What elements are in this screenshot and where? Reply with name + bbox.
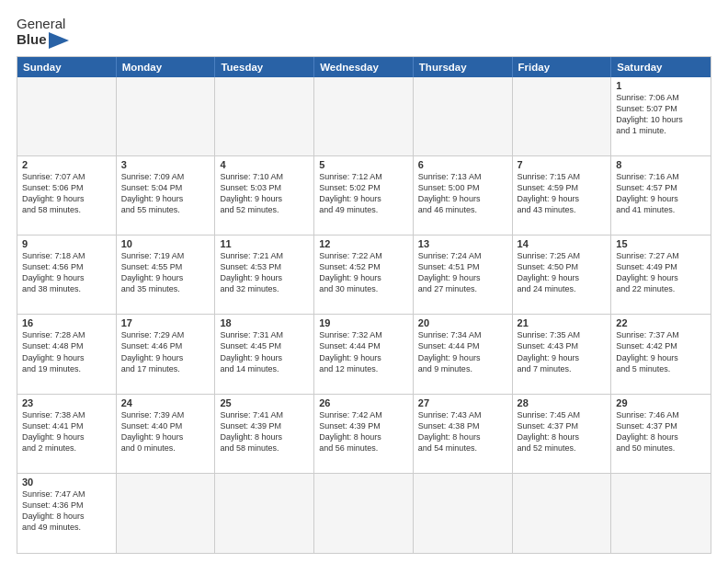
day-header-saturday: Saturday xyxy=(611,57,711,77)
day-sun-info: Sunrise: 7:10 AM Sunset: 5:03 PM Dayligh… xyxy=(220,171,309,216)
calendar-day-19: 19Sunrise: 7:32 AM Sunset: 4:44 PM Dayli… xyxy=(314,315,414,394)
day-number: 10 xyxy=(121,238,210,249)
day-sun-info: Sunrise: 7:45 AM Sunset: 4:37 PM Dayligh… xyxy=(518,409,607,454)
day-number: 3 xyxy=(121,159,210,170)
day-sun-info: Sunrise: 7:43 AM Sunset: 4:38 PM Dayligh… xyxy=(418,409,507,454)
day-sun-info: Sunrise: 7:38 AM Sunset: 4:41 PM Dayligh… xyxy=(22,409,111,454)
day-number: 7 xyxy=(518,159,607,170)
day-number: 22 xyxy=(616,317,706,328)
day-number: 11 xyxy=(220,238,309,249)
day-sun-info: Sunrise: 7:31 AM Sunset: 4:45 PM Dayligh… xyxy=(220,329,309,374)
calendar-day-8: 8Sunrise: 7:16 AM Sunset: 4:57 PM Daylig… xyxy=(611,156,711,236)
calendar-day-24: 24Sunrise: 7:39 AM Sunset: 4:40 PM Dayli… xyxy=(117,395,216,474)
calendar-day-11: 11Sunrise: 7:21 AM Sunset: 4:53 PM Dayli… xyxy=(215,236,314,315)
calendar-day-28: 28Sunrise: 7:45 AM Sunset: 4:37 PM Dayli… xyxy=(513,395,612,474)
day-sun-info: Sunrise: 7:47 AM Sunset: 4:36 PM Dayligh… xyxy=(22,488,111,534)
day-number: 4 xyxy=(220,159,309,170)
day-number: 14 xyxy=(518,238,607,249)
day-sun-info: Sunrise: 7:16 AM Sunset: 4:57 PM Dayligh… xyxy=(616,171,706,216)
day-sun-info: Sunrise: 7:42 AM Sunset: 4:39 PM Dayligh… xyxy=(319,409,408,454)
day-number: 20 xyxy=(418,317,507,328)
day-header-thursday: Thursday xyxy=(414,57,513,77)
calendar-grid: 1Sunrise: 7:06 AM Sunset: 5:07 PM Daylig… xyxy=(17,77,711,554)
day-header-tuesday: Tuesday xyxy=(215,57,314,77)
day-sun-info: Sunrise: 7:34 AM Sunset: 4:44 PM Dayligh… xyxy=(418,329,507,374)
day-sun-info: Sunrise: 7:37 AM Sunset: 4:42 PM Dayligh… xyxy=(616,329,706,374)
calendar-day-9: 9Sunrise: 7:18 AM Sunset: 4:56 PM Daylig… xyxy=(17,236,117,315)
day-sun-info: Sunrise: 7:12 AM Sunset: 5:02 PM Dayligh… xyxy=(319,171,408,216)
calendar-empty-cell xyxy=(314,474,414,553)
day-number: 27 xyxy=(418,397,507,408)
calendar-day-10: 10Sunrise: 7:19 AM Sunset: 4:55 PM Dayli… xyxy=(117,236,216,315)
day-number: 23 xyxy=(22,397,111,408)
logo: General Blue xyxy=(17,17,69,49)
calendar-day-21: 21Sunrise: 7:35 AM Sunset: 4:43 PM Dayli… xyxy=(513,315,612,394)
day-header-monday: Monday xyxy=(117,57,216,77)
day-number: 16 xyxy=(22,317,111,328)
day-sun-info: Sunrise: 7:24 AM Sunset: 4:51 PM Dayligh… xyxy=(418,250,507,295)
calendar-day-18: 18Sunrise: 7:31 AM Sunset: 4:45 PM Dayli… xyxy=(215,315,314,394)
calendar-empty-cell xyxy=(414,77,513,156)
day-number: 5 xyxy=(319,159,408,170)
calendar-empty-cell xyxy=(611,474,711,553)
calendar-empty-cell xyxy=(513,474,612,553)
svg-marker-0 xyxy=(49,32,69,49)
calendar-day-13: 13Sunrise: 7:24 AM Sunset: 4:51 PM Dayli… xyxy=(414,236,513,315)
day-number: 15 xyxy=(616,238,706,249)
calendar-day-14: 14Sunrise: 7:25 AM Sunset: 4:50 PM Dayli… xyxy=(513,236,612,315)
page-header: General Blue xyxy=(17,17,711,49)
calendar-empty-cell xyxy=(215,474,314,553)
calendar-empty-cell xyxy=(215,77,314,156)
day-sun-info: Sunrise: 7:07 AM Sunset: 5:06 PM Dayligh… xyxy=(22,171,111,216)
day-sun-info: Sunrise: 7:22 AM Sunset: 4:52 PM Dayligh… xyxy=(319,250,408,295)
calendar-day-3: 3Sunrise: 7:09 AM Sunset: 5:04 PM Daylig… xyxy=(117,156,216,236)
day-number: 12 xyxy=(319,238,408,249)
day-sun-info: Sunrise: 7:27 AM Sunset: 4:49 PM Dayligh… xyxy=(616,250,706,295)
calendar-empty-cell xyxy=(414,474,513,553)
calendar-day-16: 16Sunrise: 7:28 AM Sunset: 4:48 PM Dayli… xyxy=(17,315,117,394)
day-sun-info: Sunrise: 7:06 AM Sunset: 5:07 PM Dayligh… xyxy=(616,92,706,137)
day-number: 21 xyxy=(518,317,607,328)
calendar-day-26: 26Sunrise: 7:42 AM Sunset: 4:39 PM Dayli… xyxy=(314,395,414,474)
calendar-empty-cell xyxy=(314,77,414,156)
calendar-day-15: 15Sunrise: 7:27 AM Sunset: 4:49 PM Dayli… xyxy=(611,236,711,315)
day-number: 17 xyxy=(121,317,210,328)
calendar-day-22: 22Sunrise: 7:37 AM Sunset: 4:42 PM Dayli… xyxy=(611,315,711,394)
day-number: 19 xyxy=(319,317,408,328)
day-sun-info: Sunrise: 7:35 AM Sunset: 4:43 PM Dayligh… xyxy=(518,329,607,374)
logo-wordmark: General Blue xyxy=(17,17,69,49)
day-number: 18 xyxy=(220,317,309,328)
day-header-wednesday: Wednesday xyxy=(314,57,414,77)
calendar-day-6: 6Sunrise: 7:13 AM Sunset: 5:00 PM Daylig… xyxy=(414,156,513,236)
calendar: SundayMondayTuesdayWednesdayThursdayFrid… xyxy=(17,56,711,555)
day-sun-info: Sunrise: 7:46 AM Sunset: 4:37 PM Dayligh… xyxy=(616,409,706,454)
day-number: 25 xyxy=(220,397,309,408)
calendar-day-20: 20Sunrise: 7:34 AM Sunset: 4:44 PM Dayli… xyxy=(414,315,513,394)
calendar-empty-cell xyxy=(117,77,216,156)
day-number: 8 xyxy=(616,159,706,170)
calendar-day-7: 7Sunrise: 7:15 AM Sunset: 4:59 PM Daylig… xyxy=(513,156,612,236)
day-sun-info: Sunrise: 7:21 AM Sunset: 4:53 PM Dayligh… xyxy=(220,250,309,295)
calendar-day-27: 27Sunrise: 7:43 AM Sunset: 4:38 PM Dayli… xyxy=(414,395,513,474)
day-sun-info: Sunrise: 7:25 AM Sunset: 4:50 PM Dayligh… xyxy=(518,250,607,295)
day-number: 28 xyxy=(518,397,607,408)
day-number: 13 xyxy=(418,238,507,249)
calendar-day-1: 1Sunrise: 7:06 AM Sunset: 5:07 PM Daylig… xyxy=(611,77,711,156)
day-number: 9 xyxy=(22,238,111,249)
calendar-empty-cell xyxy=(117,474,216,553)
day-header-sunday: Sunday xyxy=(17,57,117,77)
day-sun-info: Sunrise: 7:09 AM Sunset: 5:04 PM Dayligh… xyxy=(121,171,210,216)
day-sun-info: Sunrise: 7:29 AM Sunset: 4:46 PM Dayligh… xyxy=(121,329,210,374)
day-sun-info: Sunrise: 7:13 AM Sunset: 5:00 PM Dayligh… xyxy=(418,171,507,216)
calendar-day-23: 23Sunrise: 7:38 AM Sunset: 4:41 PM Dayli… xyxy=(17,395,117,474)
logo-triangle-icon xyxy=(49,32,69,49)
calendar-day-5: 5Sunrise: 7:12 AM Sunset: 5:02 PM Daylig… xyxy=(314,156,414,236)
day-sun-info: Sunrise: 7:18 AM Sunset: 4:56 PM Dayligh… xyxy=(22,250,111,295)
day-sun-info: Sunrise: 7:19 AM Sunset: 4:55 PM Dayligh… xyxy=(121,250,210,295)
day-number: 26 xyxy=(319,397,408,408)
day-number: 2 xyxy=(22,159,111,170)
day-sun-info: Sunrise: 7:15 AM Sunset: 4:59 PM Dayligh… xyxy=(518,171,607,216)
day-number: 24 xyxy=(121,397,210,408)
calendar-day-2: 2Sunrise: 7:07 AM Sunset: 5:06 PM Daylig… xyxy=(17,156,117,236)
calendar-day-29: 29Sunrise: 7:46 AM Sunset: 4:37 PM Dayli… xyxy=(611,395,711,474)
